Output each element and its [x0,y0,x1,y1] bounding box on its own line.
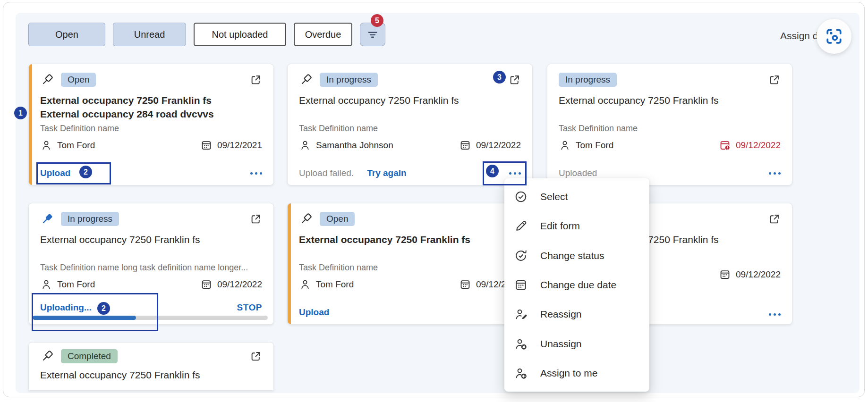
task-title[interactable]: External occupancy 7250 Franklin fs [559,93,781,123]
annotation-callout-3: 3 [493,71,506,84]
calendar-icon [200,139,213,151]
try-again-link[interactable]: Try again [367,168,406,178]
status-badge: Open [61,73,96,87]
calendar-icon [459,278,471,291]
person-icon [299,139,311,151]
person-remove-icon [514,337,528,351]
pin-filled-icon[interactable] [40,212,54,226]
screen-capture-icon [825,27,843,46]
screenshot-tool-button[interactable] [817,19,851,54]
menu-item-reassign[interactable]: Reassign [504,300,649,329]
person-edit-icon [514,307,528,321]
open-in-new-icon[interactable] [508,74,521,86]
open-in-new-icon[interactable] [249,350,262,363]
task-title[interactable]: External occupancy 7250 Franklin fs [40,368,262,384]
status-badge: In progress [61,212,119,226]
app-window [3,2,865,397]
card-context-menu: Select Edit form Change status Change du… [504,178,649,392]
calendar-overdue-icon [719,139,731,151]
person-icon [40,278,52,291]
annotation-callout-4: 4 [486,165,499,177]
open-in-new-icon[interactable] [768,74,781,86]
filter-count-badge: 5 [371,14,383,27]
calendar-icon [200,278,213,291]
upload-link[interactable]: Upload [299,307,329,318]
task-definition: Task Definition name long task definitio… [40,263,262,273]
pin-icon[interactable] [40,349,54,363]
annotation-callout-2: 2 [79,166,92,178]
upload-status-text: Upload failed. [299,168,354,178]
filter-bar: Open Unread Not uploaded Overdue [28,23,385,46]
person-icon [40,139,52,151]
due-date: 09/12/2021 [217,140,262,151]
assignee-name: Tom Ford [316,279,354,290]
due-date: 09/12/2022 [476,140,521,151]
status-badge: Completed [61,349,118,363]
arrow-sync-check-icon [514,249,528,263]
menu-item-change-status[interactable]: Change status [504,241,649,270]
menu-item-edit-form[interactable]: Edit form [504,211,649,241]
open-in-new-icon[interactable] [768,213,781,226]
task-card[interactable]: Completed External occupancy 7250 Frankl… [28,342,274,391]
due-date: 09/12/2022 [736,140,781,151]
menu-item-unassign[interactable]: Unassign [504,329,649,358]
person-icon [299,278,311,291]
pin-icon[interactable] [40,73,54,87]
pin-icon[interactable] [299,212,313,226]
more-button[interactable] [250,170,262,176]
assignee-name: Samantha Johnson [316,140,393,151]
menu-item-select[interactable]: Select [504,182,649,211]
task-card[interactable]: Open External occupancy 7250 Franklin fs… [287,203,533,325]
task-definition: Task Definition name [299,124,521,134]
more-button[interactable] [769,311,781,318]
upload-status-text: Uploaded [559,168,597,178]
task-title[interactable]: External occupancy 7250 Franklin fs [40,233,262,262]
calendar-icon [459,139,471,151]
assignee-name: Tom Ford [57,140,95,151]
annotation-callout-2b: 2 [97,302,110,315]
pin-icon[interactable] [299,73,313,87]
assignee-name: Tom Ford [576,140,613,151]
filter-button-not-uploaded[interactable]: Not uploaded [194,23,286,46]
more-filters-button[interactable] [360,23,385,46]
pencil-icon [514,219,528,233]
status-badge: Open [320,212,355,226]
calendar-icon [514,278,528,292]
circle-check-icon [514,190,528,204]
task-definition: Task Definition name [559,124,781,134]
annotation-box-uploading [32,293,158,331]
menu-item-assign-to-me[interactable]: Assign to me [504,359,649,388]
task-title[interactable]: External occupancy 7250 Franklin fs Exte… [40,93,262,123]
task-title[interactable]: External occupancy 7250 Franklin fs [299,93,521,123]
due-date: 09/12/2022 [736,269,781,280]
stop-upload-button[interactable]: STOP [237,302,262,313]
due-date: 09/12/2022 [217,279,262,290]
filter-button-unread[interactable]: Unread [113,23,186,46]
task-card[interactable]: In progress External occupancy 7250 Fran… [547,64,792,185]
task-definition: Task Definition name [40,124,262,134]
open-in-new-icon[interactable] [249,213,262,226]
annotation-callout-1: 1 [14,107,27,119]
more-button[interactable] [769,170,781,176]
status-badge: In progress [320,73,378,87]
status-badge: In progress [559,73,617,87]
assignee-name: Tom Ford [57,279,95,290]
person-icon [559,139,571,151]
person-arrow-icon [514,366,528,380]
annotation-box-upload [36,162,111,184]
task-definition: Task Definition name [299,263,521,273]
task-title[interactable]: External occupancy 7250 Franklin fs [299,233,521,262]
filter-button-open[interactable]: Open [28,23,105,46]
menu-item-change-due-date[interactable]: Change due date [504,270,649,300]
filter-button-overdue[interactable]: Overdue [294,23,352,46]
filter-icon [366,27,380,42]
open-in-new-icon[interactable] [249,74,262,86]
calendar-icon [719,268,731,281]
